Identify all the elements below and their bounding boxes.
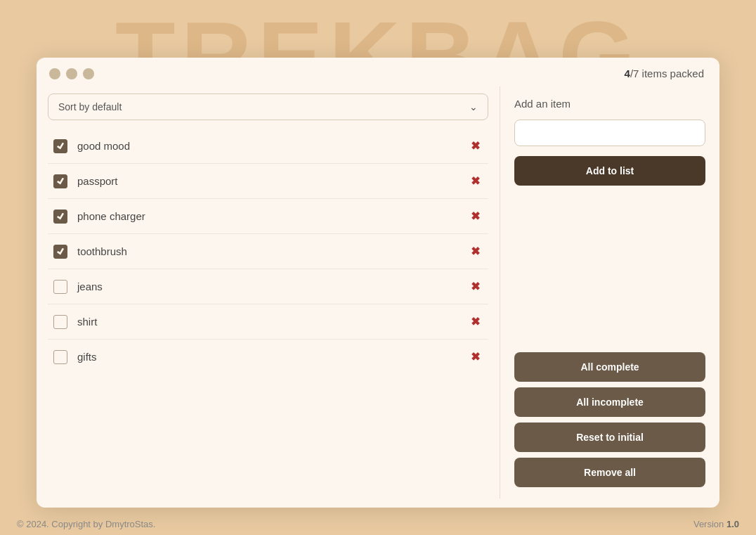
footer: © 2024. Copyright by DmytroStas. Version… (0, 513, 756, 535)
list-item: passport✖ (48, 164, 488, 199)
add-item-label: Add an item (514, 98, 705, 110)
items-packed-current: 4 (625, 67, 630, 79)
list-item: gifts✖ (48, 340, 488, 374)
item-label-4: toothbrush (77, 245, 458, 257)
list-item: shirt✖ (48, 304, 488, 340)
titlebar: 4/7 items packed (37, 58, 719, 86)
item-checkbox-7[interactable] (53, 350, 67, 364)
window-dot-2[interactable] (66, 68, 77, 79)
item-checkbox-4[interactable] (53, 245, 67, 259)
window-dot-3[interactable] (83, 68, 94, 79)
action-buttons: All complete All incomplete Reset to ini… (514, 352, 705, 487)
add-item-input[interactable] (514, 120, 705, 146)
delete-icon-2[interactable]: ✖ (468, 173, 483, 189)
app-window: 4/7 items packed Sort by default ⌄ good … (37, 58, 719, 508)
right-panel: Add an item Add to list All complete All… (500, 86, 719, 498)
item-label-6: shirt (77, 316, 458, 328)
item-label-7: gifts (77, 351, 458, 363)
list-item: toothbrush✖ (48, 234, 488, 269)
all-incomplete-button[interactable]: All incomplete (514, 387, 705, 417)
footer-copyright: © 2024. Copyright by DmytroStas. (17, 519, 155, 529)
remove-all-button[interactable]: Remove all (514, 458, 705, 487)
item-list: good mood✖passport✖phone charger✖toothbr… (48, 129, 488, 374)
add-to-list-button[interactable]: Add to list (514, 156, 705, 186)
delete-icon-7[interactable]: ✖ (468, 349, 483, 365)
item-label-3: phone charger (77, 210, 458, 222)
delete-icon-5[interactable]: ✖ (468, 278, 483, 295)
window-body: Sort by default ⌄ good mood✖passport✖pho… (37, 86, 719, 498)
sort-dropdown[interactable]: Sort by default ⌄ (48, 94, 488, 120)
list-item: phone charger✖ (48, 199, 488, 234)
items-packed-counter: 4/7 items packed (625, 67, 704, 79)
item-label-1: good mood (77, 140, 458, 152)
footer-version: Version 1.0 (693, 519, 739, 529)
chevron-down-icon: ⌄ (469, 101, 478, 112)
items-packed-total: /7 items packed (630, 67, 704, 79)
delete-icon-6[interactable]: ✖ (468, 314, 483, 330)
delete-icon-3[interactable]: ✖ (468, 208, 483, 224)
item-checkbox-1[interactable] (53, 139, 67, 153)
delete-icon-4[interactable]: ✖ (468, 243, 483, 259)
delete-icon-1[interactable]: ✖ (468, 138, 483, 154)
window-dot-1[interactable] (49, 68, 60, 79)
window-controls (49, 68, 94, 79)
sort-dropdown-label: Sort by default (58, 101, 122, 112)
item-checkbox-6[interactable] (53, 315, 67, 329)
left-panel: Sort by default ⌄ good mood✖passport✖pho… (37, 86, 500, 498)
list-item: jeans✖ (48, 269, 488, 304)
item-checkbox-5[interactable] (53, 280, 67, 294)
reset-to-initial-button[interactable]: Reset to initial (514, 423, 705, 452)
list-item: good mood✖ (48, 129, 488, 164)
item-checkbox-3[interactable] (53, 210, 67, 224)
item-checkbox-2[interactable] (53, 174, 67, 188)
all-complete-button[interactable]: All complete (514, 352, 705, 382)
item-label-2: passport (77, 175, 458, 187)
item-label-5: jeans (77, 281, 458, 292)
